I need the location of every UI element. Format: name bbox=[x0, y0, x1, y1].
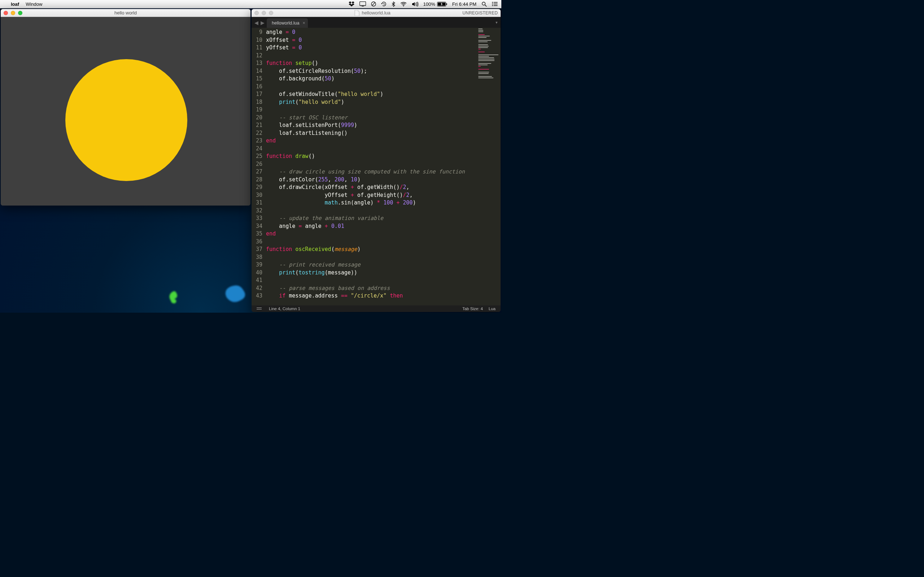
sublime-titlebar[interactable]: helloworld.lua UNREGISTERED bbox=[252, 9, 501, 17]
wifi-icon[interactable] bbox=[400, 2, 407, 6]
svg-rect-15 bbox=[494, 5, 498, 6]
tab-helloworld[interactable]: helloworld.lua × bbox=[267, 18, 308, 28]
bluetooth-icon[interactable] bbox=[392, 2, 395, 7]
cursor-position[interactable]: Line 4, Column 1 bbox=[269, 306, 300, 311]
svg-point-10 bbox=[492, 2, 493, 3]
hello-world-window[interactable]: hello world bbox=[1, 9, 250, 206]
tab-label: helloworld.lua bbox=[272, 21, 299, 26]
minimap[interactable] bbox=[478, 29, 499, 86]
menubar-clock[interactable]: Fri 6:44 PM bbox=[452, 2, 477, 7]
svg-line-3 bbox=[372, 3, 375, 5]
hello-world-canvas bbox=[1, 17, 250, 206]
svg-rect-13 bbox=[494, 3, 498, 4]
macos-menu-bar: loaf Window bbox=[0, 0, 501, 8]
hello-world-titlebar[interactable]: hello world bbox=[1, 9, 250, 17]
nav-back-icon[interactable]: ◀ bbox=[254, 20, 258, 26]
display-icon[interactable] bbox=[360, 2, 366, 6]
do-not-disturb-icon[interactable] bbox=[371, 2, 376, 6]
app-menu[interactable]: loaf bbox=[11, 2, 19, 7]
menu-window[interactable]: Window bbox=[26, 2, 42, 7]
notification-center-icon[interactable] bbox=[492, 2, 498, 6]
code-content[interactable]: angle = 0 xOffset = 0 yOffset = 0 functi… bbox=[266, 29, 477, 305]
battery-status[interactable]: 100% bbox=[423, 2, 447, 7]
panel-switcher-icon[interactable] bbox=[257, 307, 262, 311]
tab-size[interactable]: Tab Size: 4 bbox=[462, 306, 483, 311]
timemachine-icon[interactable] bbox=[381, 2, 386, 6]
desktop-background-detail bbox=[223, 279, 248, 305]
desktop-background-detail bbox=[167, 286, 181, 304]
battery-percent: 100% bbox=[423, 2, 435, 7]
syntax-mode[interactable]: Lua bbox=[489, 306, 496, 311]
dropbox-icon[interactable] bbox=[349, 2, 354, 6]
svg-rect-11 bbox=[494, 2, 498, 3]
spotlight-icon[interactable] bbox=[481, 2, 487, 7]
svg-rect-0 bbox=[360, 2, 366, 6]
sublime-window[interactable]: helloworld.lua UNREGISTERED ◀ ▶ hellowor… bbox=[252, 9, 501, 312]
code-editor[interactable]: 9101112131415161718192021222324252627282… bbox=[252, 28, 501, 305]
svg-rect-7 bbox=[446, 3, 447, 5]
nav-forward-icon[interactable]: ▶ bbox=[261, 20, 265, 26]
tab-bar: ◀ ▶ helloworld.lua × ▾ bbox=[252, 17, 501, 28]
svg-point-14 bbox=[492, 5, 493, 6]
line-number-gutter: 9101112131415161718192021222324252627282… bbox=[252, 28, 265, 305]
hello-world-title: hello world bbox=[1, 10, 250, 16]
svg-rect-1 bbox=[362, 6, 364, 6]
tabs-overflow-icon[interactable]: ▾ bbox=[496, 20, 498, 25]
yellow-circle bbox=[65, 59, 187, 181]
unregistered-label: UNREGISTERED bbox=[462, 10, 498, 16]
svg-point-8 bbox=[482, 2, 485, 5]
status-bar: Line 4, Column 1 Tab Size: 4 Lua bbox=[252, 305, 501, 312]
svg-point-4 bbox=[403, 5, 404, 6]
svg-line-9 bbox=[485, 5, 487, 6]
volume-icon[interactable] bbox=[412, 2, 418, 6]
svg-point-12 bbox=[492, 3, 493, 5]
tab-close-icon[interactable]: × bbox=[302, 21, 305, 26]
